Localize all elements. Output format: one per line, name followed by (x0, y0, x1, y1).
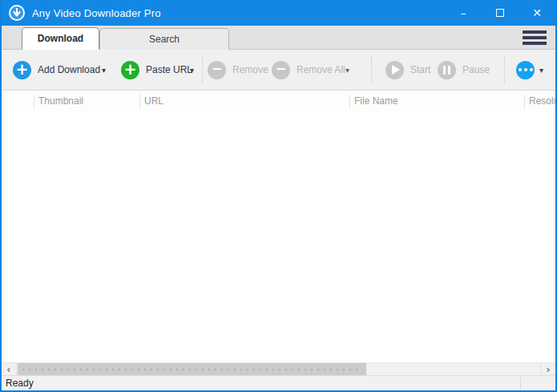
tab-bar: Download Search (2, 26, 555, 50)
remove-circle: − (208, 61, 226, 79)
scrollbar-track[interactable] (366, 363, 539, 375)
horizontal-scrollbar: ‹ › (2, 362, 555, 375)
toolbar: + Add Download ▾ + Paste URL ▾ − Remove … (2, 50, 555, 90)
remove-all-circle: − (272, 61, 290, 79)
column-separator[interactable] (34, 95, 34, 109)
chevron-down-icon: ▾ (102, 66, 106, 75)
remove-button[interactable]: − Remove (208, 50, 268, 90)
chevron-down-icon: ▾ (345, 66, 349, 75)
column-separator[interactable] (349, 95, 350, 109)
more-circle (516, 61, 535, 79)
column-header-file-name[interactable]: File Name (354, 95, 398, 107)
maximize-button[interactable] (482, 0, 519, 26)
toolbar-separator (202, 56, 203, 83)
column-separator[interactable] (139, 95, 140, 109)
close-button[interactable]: ✕ (519, 0, 555, 26)
menu-button[interactable] (523, 30, 547, 45)
play-icon (392, 65, 400, 75)
start-label: Start (410, 64, 430, 75)
table-header: Thumbnail URL File Name Resolution (2, 90, 555, 112)
scrollbar-thumb[interactable] (18, 363, 366, 375)
add-download-circle: + (13, 61, 31, 79)
close-icon: ✕ (532, 6, 542, 19)
scroll-right-button[interactable]: › (540, 363, 555, 375)
paste-url-dropdown[interactable]: ▾ (190, 50, 194, 90)
maximize-icon (496, 9, 504, 17)
more-button[interactable] (516, 50, 535, 90)
start-circle (385, 61, 404, 79)
remove-all-label: Remove All (297, 64, 345, 75)
app-window: Any Video Downloader Pro – ✕ Download Se… (0, 0, 557, 392)
remove-all-dropdown[interactable]: ▾ (345, 50, 349, 90)
chevron-right-icon: › (546, 363, 550, 375)
more-dropdown[interactable]: ▾ (539, 50, 543, 90)
pause-icon (443, 66, 450, 75)
toolbar-separator (371, 56, 372, 83)
plus-icon: + (16, 62, 29, 77)
start-button[interactable]: Start (385, 50, 430, 90)
hamburger-icon (523, 30, 547, 34)
remove-all-button[interactable]: − Remove All (272, 50, 345, 90)
pause-label: Pause (462, 64, 490, 75)
paste-url-label: Paste URL (146, 64, 192, 75)
chevron-down-icon: ▾ (539, 66, 543, 75)
tab-search[interactable]: Search (99, 28, 229, 50)
minimize-icon: – (461, 6, 466, 19)
download-list-area (2, 112, 555, 362)
window-controls: – ✕ (445, 0, 555, 26)
app-logo-icon (9, 5, 25, 21)
tab-download[interactable]: Download (22, 27, 99, 50)
scroll-left-button[interactable]: ‹ (2, 363, 17, 375)
minus-icon: − (212, 63, 222, 75)
minus-icon: − (276, 63, 286, 75)
add-download-button[interactable]: + Add Download (13, 50, 100, 90)
chevron-down-icon: ▾ (190, 66, 194, 75)
tab-search-label: Search (149, 34, 180, 45)
plus-icon: + (124, 62, 137, 77)
window-title: Any Video Downloader Pro (32, 7, 161, 19)
titlebar: Any Video Downloader Pro – ✕ (2, 0, 555, 26)
chevron-left-icon: ‹ (6, 363, 10, 375)
pause-circle (438, 61, 456, 79)
add-download-label: Add Download (38, 64, 100, 75)
minimize-button[interactable]: – (445, 0, 482, 26)
column-separator[interactable] (524, 95, 525, 109)
paste-url-button[interactable]: + Paste URL (121, 50, 192, 90)
column-header-resolution[interactable]: Resolution (529, 95, 555, 107)
column-header-thumbnail[interactable]: Thumbnail (38, 95, 83, 107)
add-download-dropdown[interactable]: ▾ (102, 50, 106, 90)
status-text: Ready (6, 378, 34, 389)
status-bar: Ready (2, 375, 555, 390)
toolbar-separator (504, 56, 505, 83)
tab-download-label: Download (38, 33, 83, 44)
paste-url-circle: + (121, 61, 139, 79)
statusbar-separator (520, 377, 521, 390)
ellipsis-icon (519, 68, 533, 71)
pause-button[interactable]: Pause (438, 50, 490, 90)
column-header-url[interactable]: URL (144, 95, 163, 107)
remove-label: Remove (232, 64, 268, 75)
